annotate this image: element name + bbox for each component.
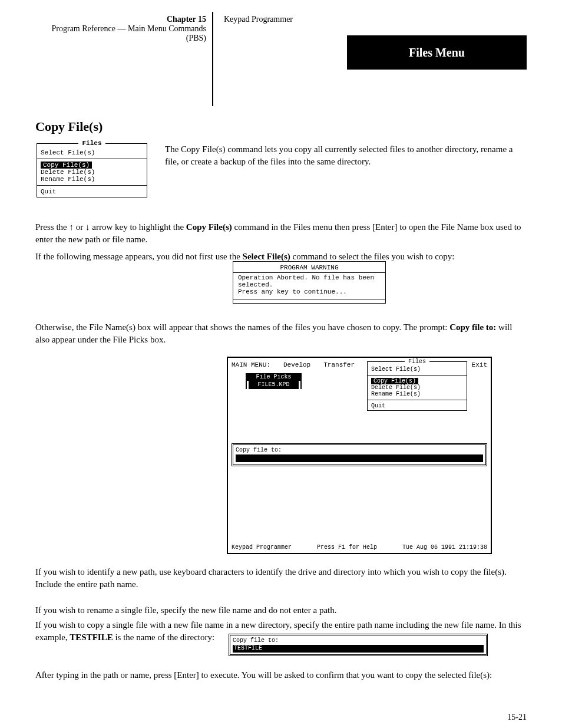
inner-copy[interactable]: Copy File(s) bbox=[371, 378, 418, 384]
copy-file-box: Copy file to: bbox=[232, 443, 487, 466]
statusbar: Keypad Programmer Press F1 for Help Tue … bbox=[232, 544, 487, 551]
inner-delete[interactable]: Delete File(s) bbox=[371, 384, 463, 391]
chapter-subtitle: Program Reference — Main Menu Commands (… bbox=[35, 24, 206, 43]
page-number: 15-21 bbox=[507, 713, 527, 722]
inner-quit[interactable]: Quit bbox=[371, 403, 463, 409]
menu-item-copy[interactable]: Copy File(s) bbox=[41, 162, 92, 169]
files-menu-inner: Files Select File(s) Copy File(s) Delete… bbox=[367, 361, 467, 411]
menu-item-select[interactable]: Select File(s) bbox=[41, 149, 143, 156]
menu-main: MAIN MENU: bbox=[232, 361, 270, 368]
inner-rename[interactable]: Rename File(s) bbox=[371, 391, 463, 397]
copy-wide-input[interactable]: TESTFILE bbox=[233, 645, 484, 653]
section-band: Files Menu bbox=[347, 35, 527, 70]
copy-file-input[interactable] bbox=[236, 454, 483, 462]
inner-select[interactable]: Select File(s) bbox=[371, 366, 463, 373]
page-header: Chapter 15 Program Reference — Main Menu… bbox=[35, 12, 527, 106]
down-arrow-icon: ↓ bbox=[85, 222, 90, 232]
header-divider bbox=[212, 12, 213, 106]
menu-item-rename[interactable]: Rename File(s) bbox=[41, 176, 143, 183]
header-left: Chapter 15 Program Reference — Main Menu… bbox=[35, 15, 206, 43]
section-block: Copy File(s) bbox=[35, 118, 527, 136]
para-1: Press the ↑ or ↓ arrow key to highlight … bbox=[35, 221, 527, 246]
warning-line1: Operation Aborted. No file has been sele… bbox=[238, 274, 381, 288]
menu-transfer[interactable]: Transfer bbox=[323, 361, 355, 368]
files-menu: Files Select File(s) Copy File(s) Delete… bbox=[37, 143, 147, 197]
para-5: If you wish to rename a single file, spe… bbox=[35, 604, 527, 617]
status-right: Tue Aug 06 1991 21:19:38 bbox=[402, 544, 487, 551]
copy-file-box-wide: Copy file to: TESTFILE bbox=[229, 634, 488, 656]
main-screen: MAIN MENU:DevelopTransferR Exit File Pic… bbox=[227, 357, 492, 554]
para-3: Otherwise, the File Name(s) box will app… bbox=[35, 321, 527, 346]
files-menu-inner-title: Files bbox=[405, 358, 429, 365]
warning-title: PROGRAM WARNING bbox=[238, 264, 381, 271]
section-title: Copy File(s) bbox=[35, 118, 527, 136]
status-left: Keypad Programmer bbox=[232, 544, 292, 551]
para-7: After typing in the path or name, press … bbox=[35, 669, 527, 681]
warning-line2: Press any key to continue... bbox=[238, 288, 381, 295]
menu-develop[interactable]: Develop bbox=[283, 361, 310, 368]
menu-item-quit[interactable]: Quit bbox=[41, 188, 143, 195]
up-arrow-icon: ↑ bbox=[70, 222, 74, 232]
menu-item-delete[interactable]: Delete File(s) bbox=[41, 169, 143, 176]
status-mid: Press F1 for Help bbox=[317, 544, 377, 551]
copy-wide-label: Copy file to: bbox=[233, 637, 484, 644]
band-title: Files Menu bbox=[409, 46, 465, 60]
file-picks: File Picks FILE5.KPD bbox=[246, 373, 302, 389]
header-right: Keypad Programmer Files Menu bbox=[224, 15, 527, 24]
file-picks-file: FILE5.KPD bbox=[249, 381, 298, 388]
intro-paragraph: The Copy File(s) command lets you copy a… bbox=[165, 143, 527, 168]
chapter-label: Chapter 15 bbox=[167, 15, 206, 24]
copy-file-label: Copy file to: bbox=[236, 447, 483, 453]
files-menu-title: Files bbox=[78, 140, 105, 147]
program-warning: PROGRAM WARNING Operation Aborted. No fi… bbox=[233, 261, 386, 304]
para-4: If you wish to identify a new path, use … bbox=[35, 566, 527, 591]
menu-exit[interactable]: Exit bbox=[472, 361, 487, 368]
chapter-title: Keypad Programmer bbox=[224, 15, 527, 24]
file-picks-title: File Picks bbox=[247, 373, 300, 381]
